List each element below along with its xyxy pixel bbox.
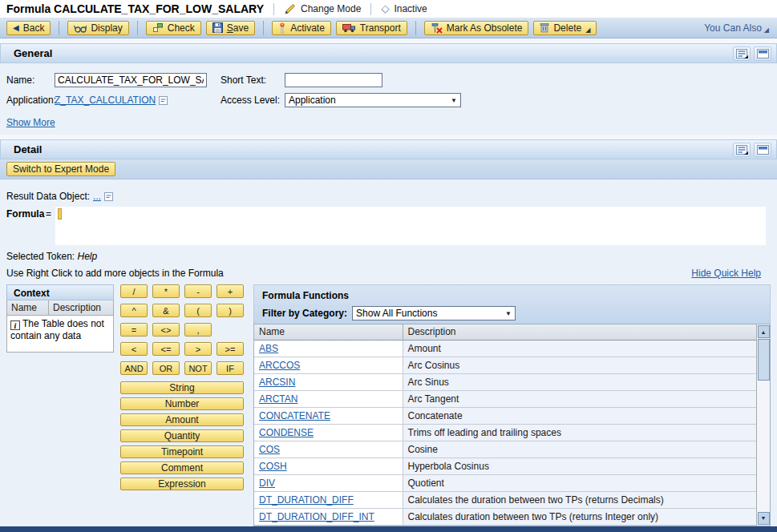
delete-button[interactable]: Delete ◢	[533, 21, 597, 35]
functions-scrollbar[interactable]: ▲ ▼	[756, 324, 770, 526]
application-link[interactable]: Z_TAX_CALCULATION	[55, 95, 156, 106]
short-text-input[interactable]	[285, 73, 382, 87]
activate-button[interactable]: Activate	[272, 21, 331, 35]
function-description: Amount	[403, 340, 756, 357]
formula-editor[interactable]	[55, 207, 766, 245]
operator-button[interactable]: *	[152, 284, 180, 298]
you-can-also-label: You Can Also	[704, 22, 762, 34]
activate-label: Activate	[290, 22, 325, 34]
change-mode-control[interactable]: Change Mode	[284, 3, 361, 15]
operator-button[interactable]: <=	[152, 342, 180, 356]
short-text-label: Short Text:	[221, 75, 285, 86]
selected-token-row: Selected Token: Help	[6, 251, 777, 262]
collapse-section-icon[interactable]	[754, 46, 771, 61]
operator-button[interactable]: NOT	[184, 361, 212, 375]
operator-button[interactable]: )	[217, 304, 244, 317]
save-button[interactable]: Save	[206, 21, 255, 35]
toolbar-separator	[415, 21, 416, 35]
operator-button[interactable]: +	[217, 284, 244, 298]
general-section-title: General	[14, 47, 52, 59]
operator-button[interactable]: <	[120, 342, 148, 356]
access-level-value: Application	[289, 95, 336, 106]
back-button[interactable]: ◀ Back	[6, 21, 51, 35]
function-link[interactable]: CONCATENATE	[259, 410, 330, 421]
personalize-icon[interactable]	[733, 46, 751, 61]
context-column-headers: Name Description	[6, 300, 114, 316]
category-button-amount[interactable]: Amount	[120, 413, 244, 426]
formula-workarea: Context Name Description iThe Table does…	[6, 284, 771, 526]
category-button-comment[interactable]: Comment	[120, 461, 244, 474]
truck-icon	[342, 22, 356, 33]
title-separator	[370, 3, 371, 15]
scroll-up-button[interactable]: ▲	[758, 325, 770, 338]
operator-button[interactable]: AND	[120, 361, 148, 375]
operator-row: <<=>>=	[120, 342, 244, 356]
function-description: Hyperbola Cosinus	[403, 457, 756, 474]
category-button-string[interactable]: String	[120, 381, 244, 394]
filter-category-select[interactable]: Show All Functions ▼	[352, 306, 516, 320]
operator-button[interactable]: -	[184, 284, 212, 298]
detail-window-icon[interactable]	[159, 96, 168, 105]
operator-button[interactable]: (	[184, 304, 212, 317]
you-can-also-menu[interactable]: You Can Also ◢	[704, 22, 769, 34]
function-link[interactable]: DT_DURATION_DIFF_INT	[259, 511, 374, 522]
result-data-object-link[interactable]: ...	[93, 191, 101, 202]
function-link[interactable]: ARCTAN	[259, 393, 297, 405]
operator-button[interactable]: <>	[152, 323, 180, 337]
operator-button[interactable]: ,	[184, 323, 212, 337]
function-description: Arc Cosinus	[403, 357, 756, 373]
collapse-section-icon[interactable]	[754, 143, 771, 157]
transport-button[interactable]: Transport	[336, 21, 407, 35]
menu-corner-icon: ◢	[585, 27, 590, 34]
operator-palette: /*-+^&()=<>,<<=>>=ANDORNOTIF StringNumbe…	[120, 284, 244, 490]
function-link[interactable]: COS	[259, 444, 280, 455]
function-link[interactable]: CONDENSE	[259, 427, 314, 438]
category-button-number[interactable]: Number	[120, 397, 244, 410]
function-link[interactable]: DIV	[259, 478, 275, 489]
selected-token-label: Selected Token:	[6, 251, 75, 262]
display-button[interactable]: Display	[67, 21, 128, 35]
operator-button[interactable]: OR	[152, 361, 180, 375]
formula-functions-title: Formula Functions	[262, 290, 763, 301]
detail-window-icon[interactable]	[104, 192, 113, 201]
category-button-expression[interactable]: Expression	[120, 478, 244, 490]
scroll-down-button[interactable]: ▼	[758, 512, 770, 525]
operator-button[interactable]: >	[184, 342, 212, 356]
access-level-select[interactable]: Application ▼	[285, 93, 461, 107]
operator-button[interactable]: =	[120, 323, 148, 337]
function-row: COSCosine	[254, 441, 756, 457]
personalize-icon[interactable]	[733, 143, 751, 157]
function-link[interactable]: DT_DURATION_DIFF	[259, 494, 354, 506]
function-row: DT_DURATION_DIFF_INTCalculates duration …	[254, 508, 756, 525]
collapse-glyph	[757, 145, 769, 155]
save-icon	[212, 22, 223, 33]
category-button-timepoint[interactable]: Timepoint	[120, 445, 244, 458]
function-link[interactable]: ARCCOS	[259, 360, 300, 371]
operator-button[interactable]: &	[152, 304, 180, 317]
function-description: Trims off leading and trailing spaces	[403, 424, 756, 441]
hide-quick-help-link[interactable]: Hide Quick Help	[691, 268, 761, 279]
detail-section-title: Detail	[14, 143, 42, 155]
function-link[interactable]: ARCSIN	[259, 377, 295, 388]
switch-expert-mode-button[interactable]: Switch to Expert Mode	[6, 162, 115, 176]
pencil-icon	[284, 3, 296, 15]
dropdown-arrow-icon: ▼	[505, 310, 512, 317]
access-level-label: Access Level:	[221, 95, 285, 106]
category-button-quantity[interactable]: Quantity	[120, 429, 244, 442]
context-empty-message: iThe Table does not contain any data	[6, 316, 114, 353]
scrollbar-thumb[interactable]	[758, 339, 770, 381]
formula-functions-header: Formula Functions Filter by Category: Sh…	[253, 284, 771, 324]
general-section-header: General	[0, 43, 777, 63]
operator-button[interactable]: IF	[217, 361, 244, 375]
check-button[interactable]: Check	[146, 21, 201, 35]
operator-button[interactable]: /	[120, 284, 148, 298]
detail-section-header: Detail	[0, 139, 777, 159]
function-link[interactable]: COSH	[259, 461, 287, 472]
operator-button[interactable]: ^	[120, 304, 148, 317]
function-link[interactable]: ABS	[259, 343, 278, 354]
show-more-link[interactable]: Show More	[6, 117, 55, 128]
name-input[interactable]	[55, 73, 207, 87]
mark-as-obsolete-button[interactable]: Mark As Obsolete	[424, 21, 529, 35]
operator-button[interactable]: >=	[217, 342, 244, 356]
toolbar-separator	[59, 21, 59, 35]
